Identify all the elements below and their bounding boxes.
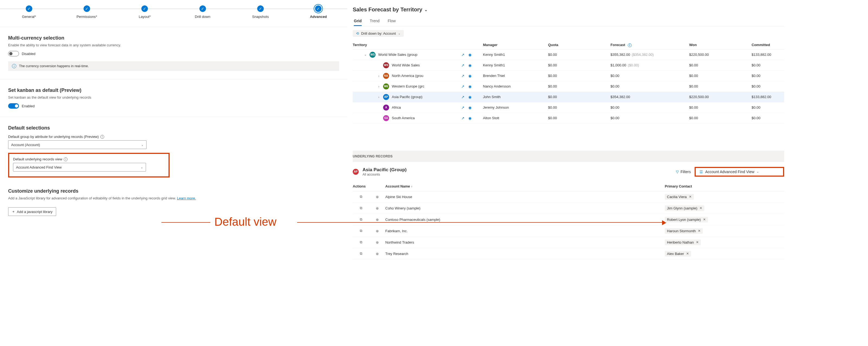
section-desc: Enable the ability to view forecast data… bbox=[8, 43, 339, 47]
remove-icon[interactable]: ✕ bbox=[696, 240, 699, 244]
grid-row[interactable]: ⌄WSWorld Wide Sales (group↗◉Kenny Smith1… bbox=[353, 49, 784, 60]
drill-down-pill[interactable]: ⟲ Drill down by: Account ⌄ bbox=[353, 30, 404, 37]
view-label: Default underlying records view i bbox=[13, 157, 165, 161]
open-icon[interactable]: ↗ bbox=[461, 84, 465, 89]
underlying-records-header: AP Asia Pacific (Group) All accounts ▽ F… bbox=[353, 162, 784, 181]
chevron-down-icon: ⌄ bbox=[141, 143, 144, 147]
open-record-icon[interactable]: ⧉ bbox=[353, 229, 369, 233]
underlying-row[interactable]: ⧉⊕Fabrikam, Inc.Haroun Stormonth✕ bbox=[353, 226, 784, 237]
check-icon: ✓ bbox=[84, 5, 90, 12]
grid-row[interactable]: SASouth America↗◉Alton Stott$0.00$0.00$0… bbox=[353, 113, 784, 124]
remove-icon[interactable]: ✕ bbox=[698, 229, 701, 233]
primary-contact-cell: Jim Glynn (sample)✕ bbox=[665, 205, 773, 211]
section-title: Default selections bbox=[8, 125, 339, 131]
target-icon[interactable]: ◉ bbox=[468, 95, 472, 99]
contact-chip[interactable]: Jim Glynn (sample)✕ bbox=[665, 205, 704, 211]
target-icon[interactable]: ◉ bbox=[468, 84, 472, 89]
account-name-cell: Northwind Traders bbox=[385, 240, 665, 244]
chevron-right-icon[interactable]: › bbox=[377, 74, 380, 77]
target-icon[interactable]: ◉ bbox=[468, 105, 472, 110]
manager-cell: Nancy Andersson bbox=[483, 84, 548, 88]
underlying-row[interactable]: ⧉⊕Alpine Ski HouseCacilia Viera✕ bbox=[353, 191, 784, 203]
wizard-step-general[interactable]: ✓ General* bbox=[0, 5, 58, 19]
add-icon[interactable]: ⊕ bbox=[369, 252, 385, 256]
chevron-right-icon[interactable]: › bbox=[377, 95, 380, 99]
default-view-dropdown[interactable]: Account Advanced Find View ⌄ bbox=[13, 163, 146, 172]
open-icon[interactable]: ↗ bbox=[461, 63, 465, 67]
grid-row[interactable]: ›APAsia Pacific (group)↗◉John Smith$0.00… bbox=[353, 92, 784, 102]
won-cell: $0.00 bbox=[689, 74, 752, 78]
add-icon[interactable]: ⊕ bbox=[369, 217, 385, 221]
open-icon[interactable]: ↗ bbox=[461, 116, 465, 120]
groupby-dropdown[interactable]: Account (Account) ⌄ bbox=[8, 140, 147, 149]
learn-more-link[interactable]: Learn more. bbox=[177, 196, 196, 200]
quota-cell: $0.00 bbox=[548, 53, 611, 57]
remove-icon[interactable]: ✕ bbox=[686, 252, 689, 255]
default-view-highlight: Default underlying records view i Accoun… bbox=[8, 153, 169, 177]
open-record-icon[interactable]: ⧉ bbox=[353, 195, 369, 199]
committed-cell: $133,882.00 bbox=[752, 53, 800, 57]
manager-cell: Alton Stott bbox=[483, 116, 548, 120]
underlying-subtitle: All accounts bbox=[363, 173, 406, 176]
wizard-step-layout[interactable]: ✓ Layout* bbox=[116, 5, 174, 19]
customize-section: Customize underlying records Add a JavaS… bbox=[0, 185, 347, 224]
col-account-name[interactable]: Account Name↑ bbox=[385, 184, 665, 188]
forecast-cell: $354,382.00 bbox=[611, 95, 689, 99]
add-icon[interactable]: ⊕ bbox=[369, 195, 385, 199]
tab-grid[interactable]: Grid bbox=[354, 16, 362, 26]
target-icon[interactable]: ◉ bbox=[468, 74, 472, 78]
grid-row[interactable]: ›WEWestern Europe (grc↗◉Nancy Andersson$… bbox=[353, 81, 784, 92]
wizard-step-permissions[interactable]: ✓ Permissions* bbox=[58, 5, 116, 19]
chevron-down-icon[interactable]: ⌄ bbox=[364, 53, 367, 56]
open-record-icon[interactable]: ⧉ bbox=[353, 206, 369, 210]
kanban-toggle[interactable] bbox=[8, 103, 19, 109]
tab-trend[interactable]: Trend bbox=[370, 16, 380, 26]
target-icon[interactable]: ◉ bbox=[468, 116, 472, 120]
grid-row[interactable]: AAfrica↗◉Jeremy Johnson$0.00$0.00$0.00$0… bbox=[353, 102, 784, 113]
add-icon[interactable]: ⊕ bbox=[369, 229, 385, 233]
contact-chip[interactable]: Haroun Stormonth✕ bbox=[665, 228, 703, 234]
open-icon[interactable]: ↗ bbox=[461, 105, 465, 110]
toggle-label: Enabled bbox=[22, 104, 35, 108]
underlying-title: Asia Pacific (Group) bbox=[363, 167, 406, 173]
wizard-step-snapshots[interactable]: ✓ Snapshots bbox=[231, 5, 289, 19]
section-title: Set kanban as default (Preview) bbox=[8, 88, 339, 93]
won-cell: $0.00 bbox=[689, 84, 752, 88]
open-record-icon[interactable]: ⧉ bbox=[353, 217, 369, 221]
target-icon[interactable]: ◉ bbox=[468, 53, 472, 57]
contact-chip[interactable]: Alex Baker✕ bbox=[665, 251, 691, 256]
open-record-icon[interactable]: ⧉ bbox=[353, 251, 369, 256]
chevron-right-icon[interactable]: › bbox=[377, 85, 380, 88]
contact-chip[interactable]: Robert Lyon (sample)✕ bbox=[665, 217, 708, 222]
tab-flow[interactable]: Flow bbox=[388, 16, 396, 26]
underlying-row[interactable]: ⧉⊕Trey ResearchAlex Baker✕ bbox=[353, 248, 784, 260]
wizard-step-advanced[interactable]: ✓ Advanced bbox=[289, 5, 347, 19]
territory-name: Western Europe (grc bbox=[392, 84, 424, 88]
wizard-steps: ✓ General* ✓ Permissions* ✓ Layout* ✓ Dr… bbox=[0, 0, 347, 27]
contact-chip[interactable]: Cacilia Viera✕ bbox=[665, 194, 694, 200]
remove-icon[interactable]: ✕ bbox=[689, 195, 692, 199]
underlying-row[interactable]: ⧉⊕Contoso Pharmaceuticals (sample)Robert… bbox=[353, 214, 784, 226]
remove-icon[interactable]: ✕ bbox=[700, 206, 702, 210]
open-icon[interactable]: ↗ bbox=[461, 95, 465, 99]
target-icon[interactable]: ◉ bbox=[468, 63, 472, 67]
contact-chip[interactable]: Heriberto Nathan✕ bbox=[665, 240, 701, 245]
add-icon[interactable]: ⊕ bbox=[369, 240, 385, 244]
remove-icon[interactable]: ✕ bbox=[703, 217, 706, 221]
open-icon[interactable]: ↗ bbox=[461, 74, 465, 78]
filters-button[interactable]: ▽ Filters bbox=[676, 170, 691, 174]
forecast-cell: $0.00 bbox=[611, 84, 689, 88]
open-icon[interactable]: ↗ bbox=[461, 53, 465, 57]
underlying-row[interactable]: ⧉⊕Northwind TradersHeriberto Nathan✕ bbox=[353, 237, 784, 248]
add-icon[interactable]: ⊕ bbox=[369, 206, 385, 210]
wizard-step-drilldown[interactable]: ✓ Drill down bbox=[174, 5, 231, 19]
underlying-row[interactable]: ⧉⊕Coho Winery (sample)Jim Glynn (sample)… bbox=[353, 203, 784, 214]
add-js-library-button[interactable]: ＋ Add a javascript library bbox=[8, 207, 56, 216]
forecast-title[interactable]: Sales Forecast by Territory ⌄ bbox=[353, 0, 784, 16]
forecast-tabs: Grid Trend Flow bbox=[353, 16, 784, 26]
view-picker[interactable]: ☰ Account Advanced Find View ⌄ bbox=[694, 167, 784, 177]
multi-currency-toggle[interactable] bbox=[8, 51, 19, 56]
open-record-icon[interactable]: ⧉ bbox=[353, 240, 369, 244]
grid-row[interactable]: ›NANorth America (grou↗◉Brenden Thiel$0.… bbox=[353, 71, 784, 81]
grid-row[interactable]: WSWorld Wide Sales↗◉Kenny Smith1$0.00$1,… bbox=[353, 60, 784, 71]
